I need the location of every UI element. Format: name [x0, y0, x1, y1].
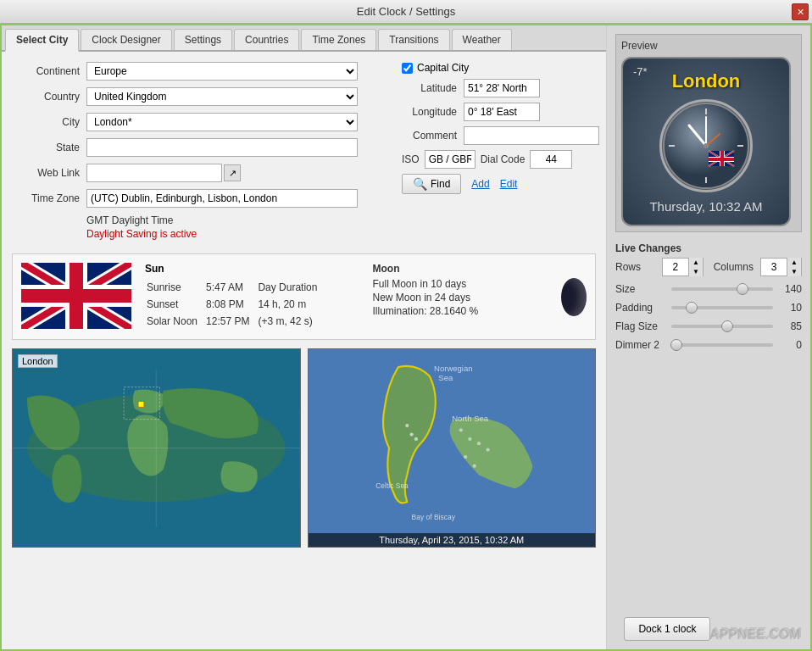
- country-select[interactable]: United Kingdom: [86, 87, 358, 106]
- iso-row: ISO Dial Code: [402, 150, 599, 169]
- close-button[interactable]: ✕: [792, 3, 809, 20]
- moon-info: Full Moon in 10 days New Moon in 24 days…: [373, 278, 479, 319]
- city-select[interactable]: London*: [86, 113, 358, 131]
- find-label: Find: [431, 178, 450, 190]
- size-value: 140: [778, 283, 802, 295]
- columns-value[interactable]: [761, 261, 787, 273]
- live-changes-section: Live Changes Rows ▲ ▼ Columns ▲ ▼: [615, 242, 802, 358]
- solar-noon-value: 12:57 PM: [206, 314, 256, 329]
- maps-section: London Norwegian Sea N: [12, 348, 596, 548]
- dimmer-row: Dimmer 2 0: [615, 339, 802, 351]
- flag-size-value: 85: [778, 320, 802, 332]
- flag-size-slider-thumb[interactable]: [721, 320, 733, 332]
- web-icon-button[interactable]: ↗: [224, 164, 241, 181]
- comment-input[interactable]: [464, 126, 599, 145]
- dimmer-label: Dimmer 2: [615, 339, 666, 351]
- columns-up-button[interactable]: ▲: [787, 258, 801, 267]
- longitude-input[interactable]: [464, 103, 540, 121]
- gmt-text: GMT Daylight Time: [86, 214, 385, 226]
- longitude-row: Longitude: [402, 103, 599, 121]
- columns-spinner[interactable]: ▲ ▼: [760, 258, 802, 276]
- time-zone-input[interactable]: [86, 189, 358, 208]
- svg-point-23: [414, 437, 417, 441]
- svg-point-29: [472, 465, 476, 468]
- padding-value: 10: [778, 302, 802, 314]
- longitude-label: Longitude: [402, 106, 457, 118]
- world-map-label: London: [18, 354, 58, 368]
- flag-size-label: Flag Size: [615, 320, 666, 332]
- continent-label: Continent: [12, 65, 80, 77]
- iso-label: ISO: [402, 153, 420, 165]
- latitude-input[interactable]: [464, 79, 540, 97]
- sunrise-value: 5:47 AM: [206, 280, 256, 295]
- svg-point-22: [409, 432, 413, 436]
- continent-select[interactable]: Europe: [86, 62, 358, 81]
- size-slider-track: [671, 287, 773, 291]
- window-title: Edit Clock / Settings: [357, 5, 455, 18]
- columns-spinner-buttons: ▲ ▼: [787, 258, 801, 276]
- tab-clock-designer[interactable]: Clock Designer: [81, 29, 171, 50]
- tab-bar: Select City Clock Designer Settings Coun…: [2, 25, 606, 52]
- tab-weather[interactable]: Weather: [452, 29, 512, 50]
- illumination-text: Illumination: 28.1640 %: [373, 305, 479, 317]
- size-slider-thumb[interactable]: [737, 283, 748, 295]
- dock-button[interactable]: Dock 1 clock: [624, 617, 710, 641]
- clock-time: Thursday, 10:32 AM: [649, 199, 762, 214]
- new-moon-text: New Moon in 24 days: [373, 292, 479, 303]
- tab-time-zones[interactable]: Time Zones: [301, 29, 376, 50]
- rows-label: Rows: [615, 261, 655, 273]
- live-changes-label: Live Changes: [615, 242, 802, 254]
- web-link-container: ↗: [86, 164, 241, 182]
- dimmer-value: 0: [778, 339, 802, 351]
- svg-rect-13: [138, 401, 144, 407]
- dial-code-input[interactable]: [530, 150, 572, 169]
- svg-text:North Sea: North Sea: [452, 414, 489, 423]
- capital-city-label: Capital City: [417, 62, 469, 74]
- padding-slider-thumb[interactable]: [686, 302, 698, 314]
- sun-table: Sun Sunrise 5:47 AM Day Duration Sunset …: [145, 263, 359, 331]
- city-label: City: [12, 116, 80, 128]
- full-moon-text: Full Moon in 10 days: [373, 278, 479, 290]
- padding-slider-track: [671, 306, 773, 309]
- padding-row: Padding 10: [615, 302, 802, 314]
- latitude-row: Latitude: [402, 79, 599, 97]
- rows-up-button[interactable]: ▲: [689, 258, 703, 267]
- svg-text:Sea: Sea: [438, 373, 453, 382]
- state-input[interactable]: [86, 138, 358, 157]
- padding-label: Padding: [615, 302, 666, 314]
- svg-point-47: [704, 143, 709, 148]
- svg-text:Norwegian: Norwegian: [434, 364, 473, 373]
- comment-row: Comment: [402, 126, 599, 145]
- left-panel: Select City Clock Designer Settings Coun…: [2, 25, 607, 649]
- time-zone-label: Time Zone: [12, 192, 80, 204]
- tab-select-city[interactable]: Select City: [5, 29, 79, 52]
- columns-down-button[interactable]: ▼: [787, 267, 801, 276]
- dimmer-slider-thumb[interactable]: [670, 339, 682, 351]
- rows-down-button[interactable]: ▼: [689, 267, 703, 276]
- svg-rect-46: [709, 158, 734, 161]
- clock-city-name: London: [672, 70, 741, 92]
- tab-countries[interactable]: Countries: [234, 29, 299, 50]
- rows-value[interactable]: [663, 261, 688, 273]
- table-row: Solar Noon 12:57 PM (+3 m, 42 s): [147, 314, 324, 329]
- rows-spinner-buttons: ▲ ▼: [688, 258, 703, 276]
- size-label: Size: [615, 283, 666, 295]
- flag-size-slider-track: [671, 325, 773, 328]
- moon-header: Moon: [373, 263, 587, 275]
- rows-spinner[interactable]: ▲ ▼: [662, 258, 704, 276]
- edit-link[interactable]: Edit: [500, 178, 518, 190]
- capital-city-checkbox[interactable]: [402, 63, 413, 74]
- web-link-input[interactable]: [86, 164, 222, 182]
- rows-columns-row: Rows ▲ ▼ Columns ▲ ▼: [615, 258, 802, 276]
- add-link[interactable]: Add: [471, 178, 489, 190]
- sunset-value: 8:08 PM: [206, 297, 256, 312]
- size-row: Size 140: [615, 283, 802, 295]
- tab-transitions[interactable]: Transitions: [378, 29, 449, 50]
- find-button[interactable]: 🔍 Find: [402, 174, 461, 194]
- find-row: 🔍 Find Add Edit: [402, 174, 599, 194]
- svg-point-26: [476, 442, 480, 445]
- moon-section: Moon Full Moon in 10 days New Moon in 24…: [373, 263, 587, 331]
- tab-settings[interactable]: Settings: [174, 29, 232, 50]
- iso-input[interactable]: [425, 150, 476, 169]
- watermark: APPNEE.COM: [710, 626, 802, 641]
